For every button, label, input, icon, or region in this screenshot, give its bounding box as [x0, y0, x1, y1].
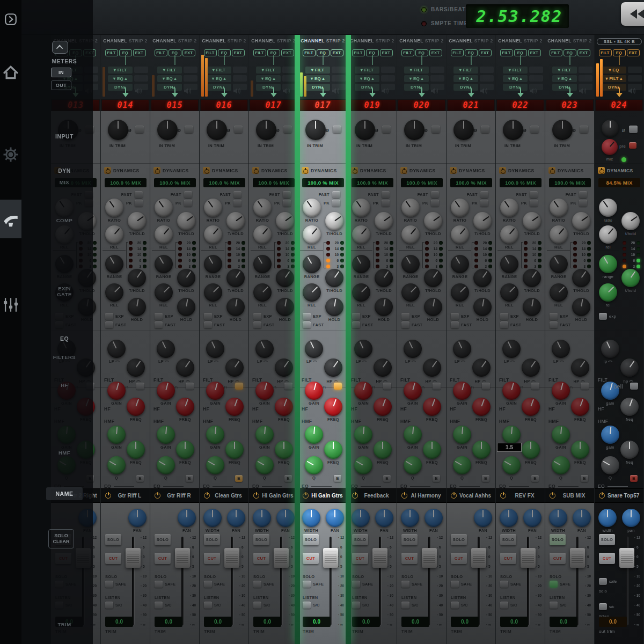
channel-name-row[interactable]: REV FX — [496, 488, 545, 503]
solo-button[interactable]: SOLO — [550, 534, 566, 545]
comp-fast-button[interactable] — [233, 191, 241, 198]
solo-clear-button[interactable]: SOLOCLEAR — [48, 529, 74, 548]
comp-fast-button[interactable] — [283, 191, 291, 198]
flow-slot-1[interactable]: ▾ FILT — [552, 67, 577, 74]
gate-range-knob[interactable] — [550, 255, 568, 273]
gate-threshold-knob[interactable] — [621, 269, 640, 287]
q-knob[interactable] — [502, 456, 521, 474]
gate-fast-button[interactable] — [155, 321, 163, 328]
dynamics-header[interactable]: DYNAMICS — [302, 167, 337, 174]
expand-panel-icon[interactable] — [0, 6, 21, 32]
solo-button[interactable]: SOLO — [352, 534, 368, 545]
gate-hold-knob[interactable] — [572, 298, 590, 316]
q-knob[interactable] — [157, 456, 175, 474]
comp-release-knob[interactable] — [500, 225, 518, 244]
comp-fast-button[interactable] — [579, 191, 587, 198]
cut-button[interactable]: CUT — [105, 553, 121, 564]
solo-safe-button[interactable] — [401, 581, 409, 588]
width-knob[interactable] — [253, 509, 271, 527]
hmf-freq-knob[interactable] — [423, 441, 441, 459]
in-trim-knob[interactable] — [305, 120, 326, 140]
gate-range-knob[interactable] — [303, 255, 321, 273]
flow-slot-2[interactable]: ▾ EQ ▴ — [404, 75, 429, 82]
solo-button[interactable]: SOLO — [451, 534, 467, 545]
cut-button[interactable]: CUT — [500, 553, 516, 564]
comp-fast-button[interactable] — [530, 191, 538, 198]
dynamics-power-icon[interactable] — [203, 167, 210, 174]
collapse-meters-button[interactable] — [52, 41, 68, 54]
channel-name-row[interactable]: Gtr Riff L — [101, 488, 150, 503]
flow-slot-2[interactable]: ▾ EQ ▴ — [453, 75, 478, 82]
hp-filter-knob[interactable] — [176, 358, 194, 377]
flow-slot-2[interactable]: ▾ EQ ▴ — [256, 75, 281, 82]
cut-button[interactable]: CUT — [204, 553, 220, 564]
phase-button[interactable] — [135, 126, 144, 133]
gate-hold-knob[interactable] — [523, 298, 541, 316]
cut-button[interactable]: CUT — [155, 553, 171, 564]
comp-threshold-knob[interactable] — [473, 212, 492, 230]
gate-exp-button[interactable] — [599, 313, 607, 320]
hp-filter-knob[interactable] — [522, 358, 540, 377]
comp-release-knob[interactable] — [105, 225, 123, 244]
gate-release-knob[interactable] — [105, 283, 123, 302]
filt-button[interactable]: FILT — [451, 49, 464, 56]
hmf-freq-knob[interactable] — [225, 441, 244, 459]
eq-edit-button[interactable]: E — [334, 475, 341, 482]
solo-button[interactable]: SOLO — [105, 534, 121, 545]
comp-threshold-knob[interactable] — [375, 212, 393, 230]
hf-freq-knob[interactable] — [176, 398, 194, 416]
filt-button[interactable]: FILT — [105, 49, 118, 56]
flow-slot-2[interactable]: ▾ EQ ▴ — [305, 75, 330, 82]
in-trim-knob[interactable] — [602, 120, 619, 137]
bell-button[interactable] — [433, 383, 441, 390]
fader-cap[interactable] — [619, 548, 634, 568]
channel-name-row[interactable]: Clean Gtrs — [200, 488, 248, 503]
q-knob[interactable] — [305, 456, 323, 474]
dynamics-power-icon[interactable] — [598, 167, 605, 174]
pan-knob[interactable] — [227, 509, 245, 527]
dynamics-header[interactable]: DYNAMICS — [499, 167, 535, 174]
channel-strip-view-icon[interactable] — [0, 200, 21, 238]
phase-button[interactable] — [530, 126, 539, 133]
channel-power-icon[interactable] — [253, 493, 259, 499]
mixer-view-icon[interactable] — [0, 286, 21, 324]
solo-button[interactable]: SOLO — [204, 534, 220, 545]
gate-threshold-knob[interactable] — [325, 269, 343, 287]
hmf-freq-knob[interactable] — [176, 441, 194, 459]
dynamics-header[interactable]: DYNAMICS — [400, 167, 436, 174]
gate-release-knob[interactable] — [303, 283, 321, 302]
gate-fast-button[interactable] — [401, 321, 409, 328]
ratio-knob[interactable] — [204, 199, 222, 217]
q-knob[interactable] — [404, 456, 422, 474]
gate-release-knob[interactable] — [599, 283, 617, 302]
eq-edit-button[interactable]: E — [136, 475, 144, 482]
filt-button[interactable]: FILT — [500, 49, 513, 56]
lp-filter-knob[interactable] — [354, 340, 372, 358]
hmf-freq-knob[interactable] — [522, 441, 540, 459]
gate-exp-button[interactable] — [105, 313, 113, 320]
comp-fast-button[interactable] — [480, 191, 488, 198]
flow-slot-1[interactable]: ▾ EQ — [602, 67, 626, 74]
gate-threshold-knob[interactable] — [276, 269, 294, 287]
fader-cap[interactable] — [323, 548, 338, 568]
ratio-knob[interactable] — [451, 199, 469, 217]
ext-button[interactable]: EXT — [232, 49, 245, 56]
gate-fast-button[interactable] — [303, 321, 311, 328]
hp-filter-knob[interactable] — [127, 358, 145, 377]
fader-cap[interactable] — [372, 548, 387, 568]
listen-sc-button[interactable] — [253, 602, 261, 609]
hf-freq-knob[interactable] — [522, 398, 540, 416]
solo-safe-button[interactable] — [253, 581, 261, 588]
cut-button[interactable]: CUT — [599, 553, 615, 564]
comp-pk-button[interactable] — [480, 200, 488, 207]
in-trim-knob[interactable] — [355, 120, 375, 140]
listen-sc-button[interactable] — [303, 602, 311, 609]
gate-release-knob[interactable] — [401, 283, 420, 302]
comp-threshold-knob[interactable] — [325, 212, 343, 230]
flow-slot-3[interactable]: DYN▴ — [453, 84, 478, 91]
comp-pk-button[interactable] — [283, 200, 291, 207]
dynamics-header[interactable]: DYNAMICS — [548, 167, 584, 174]
solo-safe-button[interactable] — [599, 578, 607, 585]
width-knob[interactable] — [598, 509, 617, 527]
pan-knob[interactable] — [375, 509, 393, 527]
